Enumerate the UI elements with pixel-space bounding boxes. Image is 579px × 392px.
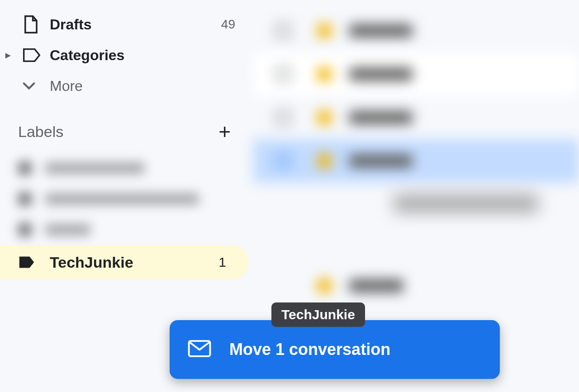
label-count: 1 (218, 255, 226, 270)
sender-text (349, 67, 413, 81)
sender-text (349, 24, 413, 38)
blurred-label (18, 214, 253, 245)
sender-text (349, 154, 413, 168)
labels-section-header: Labels + (0, 101, 253, 153)
sidebar-item-drafts[interactable]: Drafts 49 (0, 9, 253, 40)
chevron-down-icon (23, 82, 50, 90)
checkbox[interactable] (276, 24, 290, 38)
mail-row[interactable] (253, 52, 579, 96)
blurred-labels-list (0, 153, 253, 245)
sender-text (349, 111, 413, 124)
sidebar-item-categories[interactable]: ▸ Categories (0, 40, 253, 71)
mail-row[interactable] (253, 264, 579, 307)
blurred-label (18, 184, 253, 214)
checkbox[interactable] (276, 110, 290, 125)
drag-card-text: Move 1 conversation (229, 340, 390, 359)
label-name: TechJunkie (50, 254, 133, 271)
mail-row[interactable] (253, 9, 579, 52)
label-item-techjunkie[interactable]: TechJunkie 1 (0, 245, 249, 279)
drag-move-card: Move 1 conversation (170, 320, 500, 379)
mail-row-selected[interactable] (253, 139, 579, 183)
sender-text (349, 279, 403, 293)
checkbox[interactable] (276, 67, 290, 81)
tag-icon (23, 47, 50, 63)
nav-label: Drafts (50, 16, 91, 33)
drag-tooltip-text: TechJunkie (281, 307, 355, 322)
caret-right-icon[interactable]: ▸ (5, 49, 10, 61)
envelope-icon (188, 340, 211, 359)
blurred-content (394, 194, 538, 213)
labels-title: Labels (18, 123, 63, 141)
blurred-label (18, 153, 253, 184)
star-icon[interactable] (318, 67, 331, 81)
star-icon[interactable] (318, 111, 331, 124)
nav-label: Categories (50, 47, 124, 64)
nav-count: 49 (221, 17, 235, 32)
label-tag-icon (18, 255, 50, 269)
star-icon[interactable] (318, 24, 331, 38)
file-icon (23, 15, 50, 34)
checkbox[interactable] (276, 154, 290, 168)
mail-row[interactable] (253, 96, 579, 139)
sidebar-item-more[interactable]: More (0, 71, 253, 101)
drag-tooltip: TechJunkie (271, 302, 365, 327)
star-icon[interactable] (318, 154, 331, 168)
nav-label: More (50, 78, 83, 94)
star-icon[interactable] (318, 279, 331, 293)
add-label-button[interactable]: + (218, 119, 231, 144)
